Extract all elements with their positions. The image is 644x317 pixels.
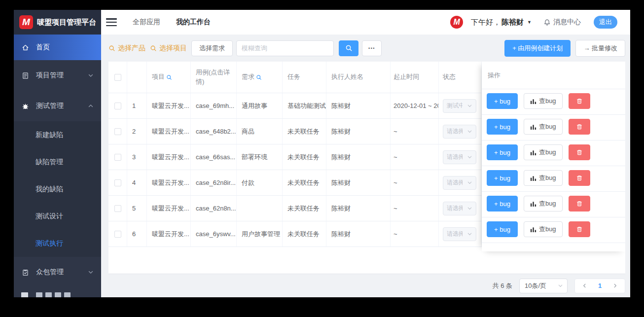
row-project: 唛盟云开发...: [147, 144, 191, 170]
row-checkbox[interactable]: [114, 103, 121, 109]
column-search-icon[interactable]: [256, 74, 262, 80]
user-greeting[interactable]: 下午好， 陈裕财 ▼: [471, 18, 532, 27]
delete-button[interactable]: [569, 144, 590, 160]
status-select[interactable]: 请选择: [443, 227, 476, 241]
add-bug-button[interactable]: + bug: [487, 119, 518, 135]
row-checkbox[interactable]: [114, 128, 121, 135]
select-project-link[interactable]: 选择项目: [150, 44, 187, 53]
batch-edit-button[interactable]: → 批量修改: [575, 40, 625, 57]
status-select[interactable]: 请选择: [443, 125, 476, 139]
view-bug-button[interactable]: 查bug: [524, 196, 563, 211]
add-bug-button[interactable]: + bug: [487, 93, 518, 109]
view-bug-button[interactable]: 查bug: [524, 93, 563, 109]
row-executor: 陈裕财: [326, 119, 391, 144]
trash-icon: [576, 226, 583, 233]
message-center-label: 消息中心: [553, 18, 581, 27]
sidebar-item-partial[interactable]: [14, 287, 101, 297]
row-actions: + bug 查bug: [482, 115, 625, 141]
row-case-link[interactable]: case_62n8n...: [191, 196, 237, 221]
row-case-link[interactable]: case_62n8ir...: [191, 170, 237, 195]
sidebar-subitem-test-execution[interactable]: 测试执行: [14, 230, 101, 257]
fuzzy-search-input[interactable]: [236, 40, 334, 56]
search-button[interactable]: [339, 40, 358, 56]
message-center[interactable]: 消息中心: [543, 18, 581, 27]
row-task: 基础功能测试: [283, 93, 326, 118]
row-case-link[interactable]: case_648b2...: [191, 119, 237, 144]
pager: 1: [574, 279, 625, 293]
create-plan-from-case-button[interactable]: + 由用例创建计划: [504, 40, 571, 57]
header-case: 用例(点击详情): [191, 62, 237, 93]
select-all-checkbox[interactable]: [114, 74, 121, 81]
topnav-all-apps[interactable]: 全部应用: [133, 18, 160, 27]
sidebar-item-label: 众包管理: [36, 268, 64, 277]
hamburger-menu-icon[interactable]: [106, 18, 117, 26]
view-bug-button[interactable]: 查bug: [524, 221, 563, 237]
sidebar-item-crowdsourcing[interactable]: 众包管理: [14, 257, 101, 287]
view-bug-button[interactable]: 查bug: [524, 119, 563, 135]
row-project: 唛盟云开发...: [147, 119, 191, 144]
status-select[interactable]: 请选择: [443, 202, 476, 215]
current-page[interactable]: 1: [592, 282, 608, 289]
sidebar-subitem-my-defects[interactable]: 我的缺陷: [14, 176, 101, 203]
chevron-down-icon: [88, 269, 94, 275]
row-executor: 陈裕财: [326, 170, 391, 195]
bar-chart-icon: [530, 149, 537, 156]
column-search-icon[interactable]: [166, 74, 172, 80]
logo-bar: M 唛盟项目管理平台: [14, 10, 101, 35]
row-checkbox[interactable]: [114, 231, 121, 238]
row-case-link[interactable]: case_6yswv...: [191, 221, 237, 247]
delete-button[interactable]: [569, 196, 590, 211]
bell-icon: [543, 19, 551, 26]
page-size-select[interactable]: 10条/页: [519, 279, 568, 293]
sidebar-subitem-defect-mgmt[interactable]: 缺陷管理: [14, 148, 101, 176]
chevron-down-icon: [467, 180, 472, 185]
row-executor: 陈裕财: [326, 93, 391, 118]
row-checkbox[interactable]: [114, 154, 121, 161]
sidebar-item-home[interactable]: 首页: [14, 35, 101, 60]
row-case-link[interactable]: case_69mh...: [191, 93, 237, 118]
add-bug-button[interactable]: + bug: [487, 196, 518, 211]
row-status-cell: 请选择: [439, 119, 482, 144]
view-bug-button[interactable]: 查bug: [524, 144, 563, 160]
row-checkbox[interactable]: [114, 179, 121, 186]
next-page-button[interactable]: [608, 283, 623, 288]
delete-button[interactable]: [569, 93, 590, 109]
sidebar-subitem-new-defect[interactable]: 新建缺陷: [14, 121, 101, 148]
row-actions: + bug 查bug: [482, 89, 625, 115]
status-select[interactable]: 请选择: [443, 176, 476, 190]
delete-button[interactable]: [569, 221, 590, 237]
add-bug-button[interactable]: + bug: [487, 170, 518, 186]
row-case-link[interactable]: case_66sas...: [191, 144, 237, 170]
logout-button[interactable]: 退出: [594, 16, 617, 29]
prev-page-button[interactable]: [577, 283, 592, 288]
row-status-cell: 请选择: [439, 221, 482, 247]
more-filters-button[interactable]: •••: [362, 40, 382, 56]
row-period: ~: [391, 119, 439, 144]
trash-icon: [576, 175, 583, 181]
topnav-my-workbench[interactable]: 我的工作台: [176, 18, 211, 27]
select-requirement-button[interactable]: 选择需求: [191, 40, 233, 56]
status-select[interactable]: 测试中: [443, 99, 476, 113]
status-select[interactable]: 请选择: [443, 150, 476, 164]
row-index: 4: [127, 170, 147, 195]
delete-button[interactable]: [569, 119, 590, 135]
add-bug-button[interactable]: + bug: [487, 144, 518, 160]
sidebar-item-project-mgmt[interactable]: 项目管理: [14, 60, 101, 91]
chevron-down-icon: [467, 103, 472, 108]
row-requirement: 用户故事管理: [237, 221, 283, 247]
trash-icon: [576, 200, 583, 207]
row-actions: + bug 查bug: [482, 192, 625, 217]
sidebar-subitem-test-design[interactable]: 测试设计: [14, 203, 101, 230]
fixed-action-column: 操作 + bug 查bug: [482, 62, 625, 251]
row-checkbox-cell: [108, 196, 127, 221]
select-product-link[interactable]: 选择产品: [108, 44, 145, 53]
row-executor: 陈裕财: [326, 144, 391, 170]
add-bug-button[interactable]: + bug: [487, 221, 518, 237]
row-checkbox[interactable]: [114, 205, 121, 212]
sidebar-item-test-mgmt[interactable]: 测试管理: [14, 91, 101, 121]
delete-button[interactable]: [569, 170, 590, 186]
view-bug-button[interactable]: 查bug: [524, 170, 563, 186]
trash-icon: [576, 149, 583, 156]
user-avatar[interactable]: M: [450, 16, 463, 29]
bar-chart-icon: [530, 98, 537, 105]
